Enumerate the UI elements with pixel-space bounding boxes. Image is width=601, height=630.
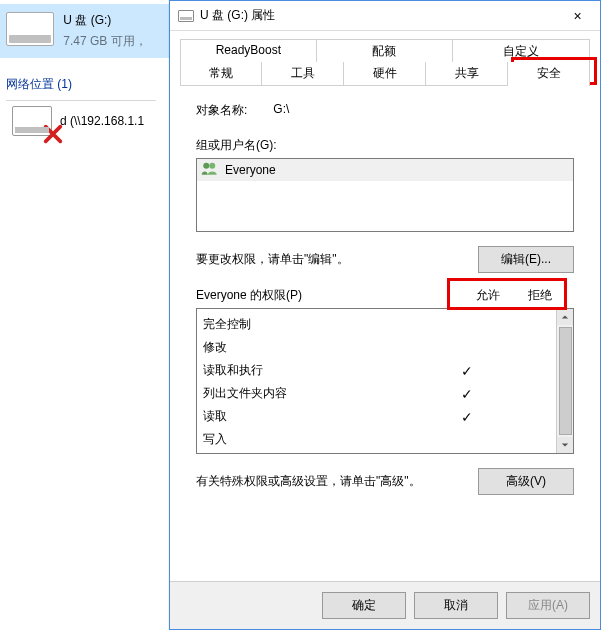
permission-name: 列出文件夹内容 [203,385,287,402]
permission-name: 读取 [203,408,227,425]
tab-bar: ReadyBoost 配额 自定义 常规 工具 硬件 共享 安全 [170,31,600,85]
edit-hint-text: 要更改权限，请单击"编辑"。 [196,251,349,268]
advanced-hint-text: 有关特殊权限或高级设置，请单击"高级"。 [196,473,421,490]
close-button[interactable]: × [555,1,600,30]
apply-button: 应用(A) [506,592,590,619]
svg-point-0 [203,163,209,169]
network-section-header: 网络位置 (1) [0,72,160,97]
permissions-list: 完全控制修改读取和执行✓列出文件夹内容✓读取✓写入 [197,309,556,453]
properties-dialog: U 盘 (G:) 属性 × ReadyBoost 配额 自定义 常规 工具 硬件… [169,0,601,630]
permission-row: 修改 [203,336,550,359]
drive-list-item[interactable]: U 盘 (G:) 7.47 GB 可用， [0,4,170,58]
scroll-thumb[interactable] [559,327,572,435]
group-list-label: 组或用户名(G): [196,137,574,154]
permission-name: 完全控制 [203,316,251,333]
drive-icon [178,10,194,22]
allow-mark: ✓ [456,387,478,401]
permission-row: 读取✓ [203,405,550,428]
list-item[interactable]: Everyone [197,159,573,181]
drive-label-block: U 盘 (G:) 7.47 GB 可用， [63,12,146,50]
deny-mark [512,387,534,401]
permission-row: 读取和执行✓ [203,359,550,382]
tab-customize[interactable]: 自定义 [453,39,590,63]
group-icon [201,161,219,178]
deny-mark [512,364,534,378]
allow-mark: ✓ [456,364,478,378]
permission-name: 写入 [203,431,227,448]
group-name: Everyone [225,163,276,177]
deny-mark [512,410,534,424]
close-icon: × [573,8,581,24]
permissions-header-label: Everyone 的权限(P) [196,287,302,304]
drive-subtext: 7.47 GB 可用， [63,33,146,50]
permission-row: 写入 [203,428,550,451]
group-listbox[interactable]: Everyone [196,158,574,232]
permissions-listbox: 完全控制修改读取和执行✓列出文件夹内容✓读取✓写入 [196,308,574,454]
tab-quota[interactable]: 配额 [317,39,454,63]
network-drive-icon [12,106,52,136]
tab-general[interactable]: 常规 [180,62,262,85]
scroll-up-icon[interactable] [557,309,573,325]
tab-sharing[interactable]: 共享 [426,62,508,85]
permission-name: 修改 [203,339,227,356]
permission-name: 读取和执行 [203,362,263,379]
tab-security[interactable]: 安全 [508,62,590,85]
allow-column-label: 允许 [476,287,500,304]
tab-tools[interactable]: 工具 [262,62,344,85]
deny-column-label: 拒绝 [528,287,552,304]
edit-button[interactable]: 编辑(E)... [478,246,574,273]
advanced-button[interactable]: 高级(V) [478,468,574,495]
tab-readyboost[interactable]: ReadyBoost [180,39,317,63]
object-name-value: G:\ [273,102,289,119]
tab-hardware[interactable]: 硬件 [344,62,426,85]
allow-mark: ✓ [456,410,478,424]
svg-point-1 [209,163,215,169]
dialog-button-bar: 确定 取消 应用(A) [170,581,600,629]
network-drive-item[interactable]: d (\\192.168.1.1 [12,106,144,136]
ok-button[interactable]: 确定 [322,592,406,619]
scroll-down-icon[interactable] [557,437,573,453]
usb-drive-icon [6,12,54,46]
security-tab-content: 对象名称: G:\ 组或用户名(G): Everyone 要更改权限，请单击"编… [180,85,590,581]
permission-row: 完全控制 [203,313,550,336]
permission-row: 列出文件夹内容✓ [203,382,550,405]
dialog-title: U 盘 (G:) 属性 [200,7,275,24]
titlebar: U 盘 (G:) 属性 × [170,1,600,31]
network-drive-label: d (\\192.168.1.1 [60,114,144,128]
object-name-label: 对象名称: [196,102,247,119]
cancel-button[interactable]: 取消 [414,592,498,619]
drive-label: U 盘 (G:) [63,12,146,29]
scrollbar[interactable] [556,309,573,453]
